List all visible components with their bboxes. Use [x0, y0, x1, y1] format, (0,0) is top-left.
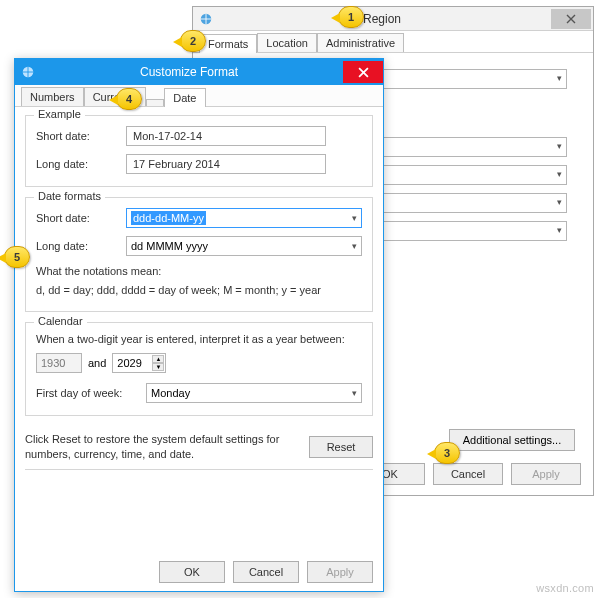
- customize-apply-button[interactable]: Apply: [307, 561, 373, 583]
- customize-tabs: Numbers Currency Date: [15, 85, 383, 107]
- region-combo-5[interactable]: ▾: [357, 221, 567, 241]
- chevron-down-icon: ▾: [352, 241, 357, 251]
- reset-description: Click Reset to restore the system defaul…: [25, 432, 299, 462]
- customize-format-dialog: Customize Format Numbers Currency Date E…: [14, 58, 384, 592]
- format-long-label: Long date:: [36, 240, 126, 252]
- region-close-button[interactable]: [551, 9, 591, 29]
- spinner-arrows[interactable]: ▲▼: [152, 355, 164, 371]
- callout-marker-2: 2: [180, 30, 206, 52]
- year-from-readonly: 1930: [36, 353, 82, 373]
- formats-legend: Date formats: [34, 190, 105, 202]
- tab-formats[interactable]: Formats: [199, 34, 257, 53]
- group-calendar: Calendar When a two-digit year is entere…: [25, 322, 373, 416]
- example-long-value: 17 February 2014: [126, 154, 326, 174]
- chevron-down-icon: ▾: [557, 73, 562, 83]
- callout-marker-3: 3: [434, 442, 460, 464]
- globe-icon: [21, 65, 35, 79]
- example-short-value: Mon-17-02-14: [126, 126, 326, 146]
- customize-titlebar[interactable]: Customize Format: [15, 59, 383, 85]
- short-date-format-combo[interactable]: ddd-dd-MM-yy ▾: [126, 208, 362, 228]
- chevron-down-icon: ▾: [557, 169, 562, 179]
- first-day-value: Monday: [151, 387, 190, 399]
- and-label: and: [88, 357, 106, 369]
- example-long-label: Long date:: [36, 158, 126, 170]
- year-to-value: 2029: [117, 357, 141, 369]
- example-short-label: Short date:: [36, 130, 126, 142]
- divider: [25, 469, 373, 470]
- year-to-spinner[interactable]: 2029 ▲▼: [112, 353, 166, 373]
- notation-label: What the notations mean:: [36, 264, 362, 279]
- chevron-down-icon: ▾: [352, 388, 357, 398]
- chevron-down-icon: ▾: [557, 225, 562, 235]
- region-sample-text: 4: [357, 309, 579, 321]
- region-apply-button[interactable]: Apply: [511, 463, 581, 485]
- example-legend: Example: [34, 108, 85, 120]
- customize-buttons: OK Cancel Apply: [159, 561, 373, 583]
- year-range-label: When a two-digit year is entered, interp…: [36, 333, 362, 345]
- callout-marker-5: 5: [4, 246, 30, 268]
- tab-administrative[interactable]: Administrative: [317, 33, 404, 52]
- globe-icon: [199, 12, 213, 26]
- tab-numbers[interactable]: Numbers: [21, 87, 84, 106]
- tab-date[interactable]: Date: [164, 88, 205, 107]
- region-cancel-button[interactable]: Cancel: [433, 463, 503, 485]
- long-date-format-value: dd MMMM yyyy: [131, 240, 208, 252]
- region-title: Region: [213, 12, 551, 26]
- first-day-label: First day of week:: [36, 387, 146, 399]
- customize-cancel-button[interactable]: Cancel: [233, 561, 299, 583]
- region-tabs: Formats Location Administrative: [193, 31, 593, 53]
- arrow-down-icon[interactable]: ▼: [152, 363, 164, 371]
- short-date-format-value: ddd-dd-MM-yy: [131, 211, 206, 225]
- region-combo-3[interactable]: ▾: [357, 165, 567, 185]
- first-day-combo[interactable]: Monday ▾: [146, 383, 362, 403]
- watermark: wsxdn.com: [536, 582, 594, 594]
- long-date-format-combo[interactable]: dd MMMM yyyy ▾: [126, 236, 362, 256]
- reset-row: Click Reset to restore the system defaul…: [15, 426, 383, 462]
- group-date-formats: Date formats Short date: ddd-dd-MM-yy ▾ …: [25, 197, 373, 312]
- customize-title: Customize Format: [35, 65, 343, 79]
- notation-text: d, dd = day; ddd, dddd = day of week; M …: [36, 283, 362, 298]
- callout-marker-4: 4: [116, 88, 142, 110]
- region-combo-1[interactable]: ▾: [357, 69, 567, 89]
- arrow-up-icon[interactable]: ▲: [152, 355, 164, 363]
- region-buttons: OK Cancel Apply: [355, 463, 581, 485]
- region-combo-2[interactable]: ▾: [357, 137, 567, 157]
- customize-body: Example Short date: Mon-17-02-14 Long da…: [15, 107, 383, 416]
- callout-marker-1: 1: [338, 6, 364, 28]
- customize-close-button[interactable]: [343, 61, 383, 83]
- tab-location[interactable]: Location: [257, 33, 317, 52]
- format-short-label: Short date:: [36, 212, 126, 224]
- tab-time-hidden[interactable]: [146, 99, 164, 106]
- group-example: Example Short date: Mon-17-02-14 Long da…: [25, 115, 373, 187]
- region-titlebar[interactable]: Region: [193, 7, 593, 31]
- region-combo-4[interactable]: ▾: [357, 193, 567, 213]
- chevron-down-icon: ▾: [557, 141, 562, 151]
- customize-ok-button[interactable]: OK: [159, 561, 225, 583]
- additional-settings-button[interactable]: Additional settings...: [449, 429, 575, 451]
- reset-button[interactable]: Reset: [309, 436, 373, 458]
- chevron-down-icon: ▾: [352, 213, 357, 223]
- chevron-down-icon: ▾: [557, 197, 562, 207]
- calendar-legend: Calendar: [34, 315, 87, 327]
